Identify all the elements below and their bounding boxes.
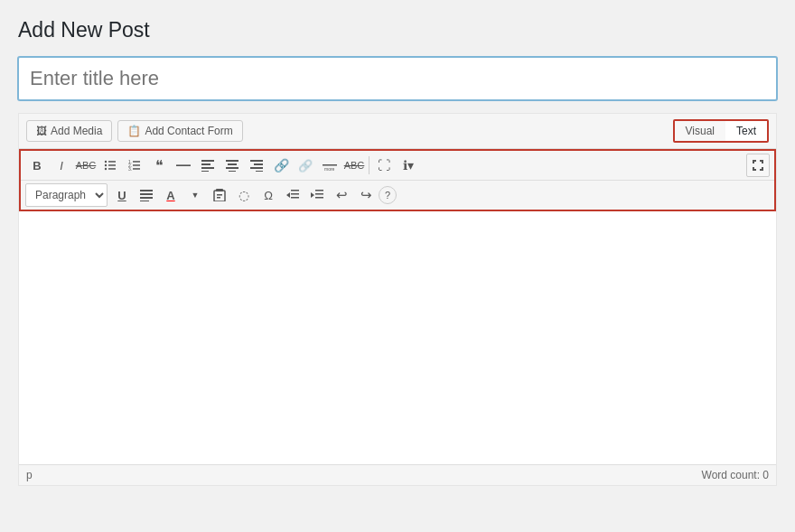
svg-point-4 — [105, 168, 107, 170]
svg-text:3.: 3. — [128, 166, 132, 172]
svg-rect-40 — [315, 197, 323, 199]
ordered-list-button[interactable]: 1.2.3. — [123, 154, 146, 177]
editor-footer: p Word count: 0 — [19, 464, 776, 485]
word-count: Word count: 0 — [702, 469, 769, 481]
undo-button[interactable]: ↩ — [330, 183, 353, 207]
svg-rect-12 — [201, 160, 214, 162]
blockquote-button[interactable]: ❝ — [147, 154, 171, 177]
bold-button[interactable]: B — [25, 154, 49, 177]
help-button[interactable]: ? — [379, 186, 397, 204]
svg-rect-26 — [140, 190, 153, 191]
media-icon: 🖼 — [36, 125, 47, 137]
expand-button[interactable] — [746, 154, 770, 177]
svg-rect-36 — [291, 197, 299, 199]
svg-rect-38 — [315, 190, 323, 191]
add-contact-form-button[interactable]: 📋 Add Contact Form — [117, 120, 242, 142]
info-button[interactable]: ℹ▾ — [397, 154, 420, 177]
svg-rect-17 — [228, 163, 237, 165]
hr-button[interactable]: — — [172, 154, 195, 177]
strikethrough-button[interactable]: ABC — [74, 154, 98, 177]
svg-rect-16 — [226, 160, 238, 162]
editor-content-area[interactable] — [19, 211, 776, 464]
fullscreen-button[interactable]: ⛶ — [372, 154, 396, 177]
svg-rect-7 — [133, 161, 140, 163]
svg-text:more: more — [324, 166, 335, 172]
svg-rect-27 — [140, 193, 153, 195]
add-media-button[interactable]: 🖼 Add Media — [26, 120, 112, 142]
editor-top-bar: 🖼 Add Media 📋 Add Contact Form Visual Te… — [19, 114, 776, 149]
justify-button[interactable] — [135, 183, 158, 207]
svg-marker-41 — [311, 192, 314, 198]
svg-rect-32 — [217, 194, 222, 196]
svg-rect-22 — [250, 167, 263, 169]
text-color-button[interactable]: A — [159, 183, 182, 207]
page-wrapper: Add New Post 🖼 Add Media 📋 Add Contact F… — [0, 0, 795, 495]
remove-format-button[interactable]: ◌ — [232, 183, 256, 207]
svg-rect-18 — [226, 167, 238, 169]
spellcheck-button[interactable]: ABC — [342, 154, 366, 177]
svg-rect-23 — [256, 171, 263, 172]
svg-rect-5 — [108, 168, 116, 170]
view-tabs: Visual Text — [673, 119, 769, 143]
outdent-button[interactable] — [281, 183, 304, 207]
italic-button[interactable]: I — [50, 154, 73, 177]
svg-rect-11 — [133, 168, 140, 170]
toolbar-row-1: B I ABC 1.2.3. ❝ — — [21, 151, 774, 181]
tab-visual[interactable]: Visual — [675, 121, 725, 141]
link-button[interactable]: 🔗 — [269, 154, 293, 177]
svg-rect-20 — [250, 160, 263, 162]
svg-rect-13 — [201, 163, 210, 165]
svg-rect-14 — [201, 167, 214, 169]
special-char-button[interactable]: Ω — [257, 183, 280, 207]
svg-rect-35 — [291, 193, 299, 195]
svg-rect-28 — [140, 197, 153, 199]
svg-rect-33 — [217, 197, 220, 199]
svg-marker-37 — [286, 192, 290, 198]
underline-button[interactable]: U — [110, 183, 134, 207]
toolbar-row-2: Paragraph U A ▼ ◌ Ω ↩ — [21, 181, 774, 210]
editor-container: 🖼 Add Media 📋 Add Contact Form Visual Te… — [18, 113, 777, 486]
align-left-button[interactable] — [196, 154, 220, 177]
editor-path: p — [26, 469, 33, 481]
svg-rect-34 — [291, 190, 299, 191]
paragraph-select[interactable]: Paragraph — [25, 183, 108, 207]
svg-point-2 — [105, 164, 107, 166]
align-right-button[interactable] — [245, 154, 268, 177]
page-title: Add New Post — [18, 18, 777, 42]
toolbar-separator-1 — [369, 156, 369, 174]
svg-rect-19 — [229, 171, 236, 172]
svg-rect-1 — [108, 161, 116, 163]
svg-rect-9 — [133, 164, 140, 166]
paste-as-text-button[interactable] — [208, 183, 231, 207]
editor-action-buttons: 🖼 Add Media 📋 Add Contact Form — [26, 120, 243, 142]
color-arrow-button[interactable]: ▼ — [183, 183, 207, 207]
svg-rect-31 — [214, 191, 225, 201]
insert-readmore-button[interactable]: more — [318, 154, 341, 177]
svg-point-0 — [105, 161, 107, 163]
toolbar-wrapper: B I ABC 1.2.3. ❝ — — [19, 149, 776, 211]
svg-rect-29 — [140, 201, 149, 201]
svg-rect-39 — [315, 193, 323, 195]
unlink-button[interactable]: 🔗 — [294, 154, 317, 177]
unordered-list-button[interactable] — [98, 154, 122, 177]
svg-rect-15 — [201, 171, 209, 172]
indent-button[interactable] — [305, 183, 329, 207]
contact-form-icon: 📋 — [127, 125, 141, 137]
align-center-button[interactable] — [220, 154, 244, 177]
redo-button[interactable]: ↪ — [354, 183, 378, 207]
svg-rect-3 — [108, 164, 116, 166]
post-title-input[interactable] — [18, 57, 777, 100]
tab-text[interactable]: Text — [725, 121, 767, 141]
svg-rect-21 — [254, 163, 263, 165]
